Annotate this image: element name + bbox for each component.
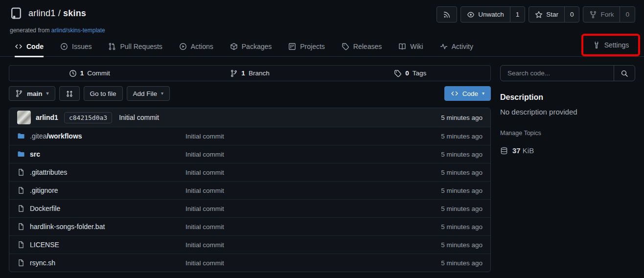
file-commit-message[interactable]: Initial commit [185, 259, 224, 267]
tab-issues[interactable]: Issues [60, 38, 92, 57]
file-row: .gitignore Initial commit 5 minutes ago [9, 182, 490, 200]
file-row: rsync.sh Initial commit 5 minutes ago [9, 254, 490, 272]
search-button[interactable] [614, 66, 635, 81]
tab-packages[interactable]: Packages [230, 38, 272, 57]
commits-stat[interactable]: 1Commit [9, 66, 170, 81]
repo-sidebar: Description No description provided Mana… [500, 65, 635, 155]
commit-message[interactable]: Initial commit [119, 114, 159, 121]
description-text: No description provided [500, 108, 635, 116]
file-commit-message[interactable]: Initial commit [185, 133, 224, 140]
branch-selector[interactable]: main ▾ [9, 86, 55, 101]
go-to-file-button[interactable]: Go to file [84, 86, 123, 101]
project-board-icon [288, 43, 296, 50]
file-icon [17, 259, 25, 267]
branches-stat[interactable]: 1Branch [170, 66, 330, 81]
tab-code[interactable]: Code [15, 38, 44, 57]
file-link[interactable]: Dockerfile [17, 205, 185, 212]
file-table: arlind1 c84215d0a3 Initial commit 5 minu… [9, 108, 491, 272]
commit-time: 5 minutes ago [441, 114, 483, 121]
branch-icon [230, 70, 238, 77]
chevron-down-icon: ▾ [161, 91, 163, 96]
file-row: src Initial commit 5 minutes ago [9, 145, 490, 163]
file-icon [17, 241, 25, 249]
code-search-box [500, 65, 635, 81]
tags-stat[interactable]: 0Tags [330, 66, 490, 81]
tab-releases[interactable]: Releases [342, 38, 382, 57]
file-commit-time: 5 minutes ago [441, 223, 483, 231]
code-icon [451, 90, 459, 97]
star-button[interactable]: Star 0 [529, 6, 579, 23]
fork-icon [589, 11, 597, 19]
folder-icon [17, 150, 25, 158]
file-commit-message[interactable]: Initial commit [185, 223, 224, 231]
file-commit-time: 5 minutes ago [441, 169, 483, 176]
package-icon [230, 43, 238, 50]
file-commit-time: 5 minutes ago [441, 259, 483, 267]
file-icon [17, 186, 25, 194]
add-file-button[interactable]: Add File ▾ [127, 86, 170, 101]
file-commit-message[interactable]: Initial commit [185, 187, 224, 194]
file-link[interactable]: rsync.sh [17, 259, 185, 267]
file-commit-message[interactable]: Initial commit [185, 205, 224, 212]
file-commit-time: 5 minutes ago [441, 151, 483, 158]
fork-label: Fork [600, 11, 614, 18]
search-icon [621, 70, 628, 77]
file-icon [17, 223, 25, 231]
file-link[interactable]: .gitea/workflows [17, 132, 185, 140]
manage-topics-link[interactable]: Manage Topics [500, 130, 635, 137]
rss-button[interactable] [437, 6, 457, 23]
file-icon [17, 168, 25, 176]
file-link[interactable]: .gitattributes [17, 168, 185, 176]
latest-commit-row: arlind1 c84215d0a3 Initial commit 5 minu… [9, 108, 490, 127]
repo-owner-link[interactable]: arlind1 [28, 8, 55, 18]
template-repo-link[interactable]: arlind/skins-template [51, 27, 105, 34]
pull-request-icon [108, 43, 116, 50]
tab-actions[interactable]: Actions [179, 38, 213, 57]
file-commit-message[interactable]: Initial commit [185, 151, 224, 158]
tab-settings[interactable]: Settings [593, 41, 629, 49]
file-link[interactable]: hardlink-songs-folder.bat [17, 223, 185, 231]
file-link[interactable]: src [17, 150, 185, 158]
watch-button[interactable]: Unwatch 1 [460, 6, 525, 23]
file-commit-message[interactable]: Initial commit [185, 169, 224, 176]
file-commit-time: 5 minutes ago [441, 241, 483, 249]
search-input[interactable] [501, 66, 614, 81]
folder-icon [17, 132, 25, 140]
repo-main-column: 1Commit 1Branch 0Tags main ▾ [9, 65, 491, 272]
red-annotation-rectangle: Settings [581, 34, 640, 56]
tab-wiki[interactable]: Wiki [398, 38, 423, 57]
file-link[interactable]: LICENSE [17, 241, 185, 249]
pulse-icon [440, 43, 448, 50]
fork-count[interactable]: 0 [620, 7, 635, 22]
tab-pull-requests[interactable]: Pull Requests [108, 38, 162, 57]
file-commit-time: 5 minutes ago [441, 187, 483, 194]
tab-projects[interactable]: Projects [288, 38, 325, 57]
star-count[interactable]: 0 [564, 7, 579, 22]
code-toolbar: main ▾ Go to file Add File ▾ Code ▾ [9, 86, 491, 101]
description-heading: Description [500, 93, 635, 102]
tab-activity[interactable]: Activity [440, 38, 473, 57]
avatar[interactable] [17, 111, 31, 124]
issue-icon [60, 43, 68, 50]
repo-separator: / [55, 8, 63, 18]
file-commit-time: 5 minutes ago [441, 205, 483, 212]
eye-icon [467, 11, 475, 19]
fork-button[interactable]: Fork 0 [583, 6, 635, 23]
repo-name-link[interactable]: skins [63, 8, 86, 18]
file-commit-time: 5 minutes ago [441, 133, 483, 140]
chevron-down-icon: ▾ [482, 91, 484, 96]
file-commit-message[interactable]: Initial commit [185, 241, 224, 249]
repo-size: 37 KiB [500, 146, 635, 155]
compare-button[interactable] [59, 86, 80, 101]
commit-author[interactable]: arlind1 [36, 114, 58, 121]
commit-hash[interactable]: c84215d0a3 [64, 112, 112, 123]
file-link[interactable]: .gitignore [17, 186, 185, 194]
code-icon [15, 43, 23, 50]
code-download-button[interactable]: Code ▾ [444, 86, 491, 101]
watch-count[interactable]: 1 [510, 7, 525, 22]
file-row: .gitea/workflows Initial commit 5 minute… [9, 127, 490, 145]
repo-tab-bar: Code Issues Pull Requests Actions Pa [0, 38, 644, 57]
book-icon [398, 43, 406, 50]
repo-action-buttons: Unwatch 1 Star 0 Fork 0 [437, 6, 635, 23]
generated-from-label: generated from [10, 27, 49, 34]
